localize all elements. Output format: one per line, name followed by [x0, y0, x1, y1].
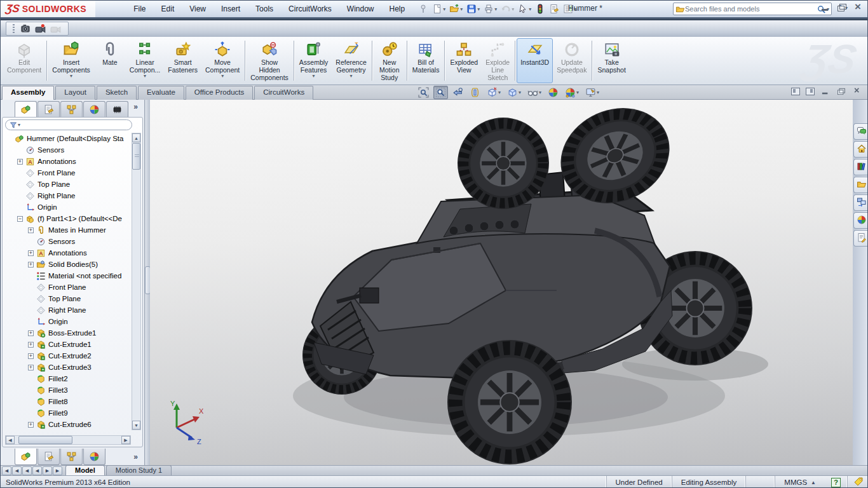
taskpane-tab-file-explorer[interactable] — [853, 177, 868, 193]
tree-item-fillet8[interactable]: Fillet8 — [4, 396, 132, 407]
new-motion-study-button[interactable]: NewMotionStudy — [374, 38, 405, 83]
search-input[interactable] — [685, 5, 817, 13]
panel-tab-circuitworks[interactable] — [106, 101, 128, 117]
split-pane-left-icon[interactable] — [791, 88, 800, 95]
tree-item-annotations[interactable]: +AAnnotations — [4, 156, 132, 167]
panel-tab-configurationmanager[interactable] — [60, 101, 83, 117]
taskpane-tab-appearances[interactable] — [853, 212, 868, 229]
move-component-button[interactable]: MoveComponent▾ — [201, 38, 243, 83]
tab-circuitworks[interactable]: CircuitWorks — [254, 86, 313, 100]
expand-icon[interactable]: + — [28, 422, 34, 428]
show-hidden-components-button[interactable]: ShowHiddenComponents — [247, 38, 292, 83]
new-document-button[interactable]: ▾ — [431, 3, 447, 15]
filter-caret[interactable]: ▾ — [18, 122, 20, 128]
tree-item-cut-extrude2[interactable]: +Cut-Extrude2 — [4, 350, 132, 362]
tree-item-boss-extrude1[interactable]: +Boss-Extrude1 — [4, 327, 132, 339]
linear-component-caret[interactable]: ▾ — [144, 74, 146, 79]
new-document-caret[interactable]: ▾ — [443, 6, 445, 12]
tab-assembly[interactable]: Assembly — [2, 86, 54, 100]
open-caret[interactable]: ▾ — [460, 6, 463, 12]
close-button[interactable] — [853, 3, 864, 12]
tree-item-fillet2[interactable]: Fillet2 — [4, 373, 132, 384]
taskpane-tab-forum[interactable] — [853, 123, 868, 140]
model-hummer[interactable] — [150, 100, 853, 465]
zoom-to-area-button[interactable] — [433, 86, 448, 99]
tags-cell[interactable] — [847, 476, 868, 488]
tab-layout[interactable]: Layout — [55, 86, 95, 100]
tree-item-solid[interactable]: +Solid Bodies(5) — [4, 259, 132, 270]
assembly-features-button[interactable]: AssemblyFeatures▾ — [295, 38, 332, 83]
units-selector[interactable]: MMGS ▲ — [775, 476, 825, 488]
tab-sketch[interactable]: Sketch — [97, 86, 137, 100]
tree-item-front[interactable]: Front Plane — [4, 281, 132, 293]
linear-component-button[interactable]: LinearCompon...▾ — [126, 38, 164, 83]
previous-view-button[interactable] — [451, 86, 465, 99]
tab-model[interactable]: Model — [65, 465, 105, 475]
hide-show-items-button[interactable]: ▾ — [526, 86, 543, 99]
tab-motion-study-1[interactable]: Motion Study 1 — [106, 465, 172, 475]
tree-item-mates[interactable]: +Mates in Hummer — [4, 224, 132, 236]
graphics-viewport[interactable]: Y X Z — [150, 100, 853, 465]
tree-item-hummer[interactable]: Hummer (Default<Display Sta — [4, 133, 132, 144]
expand-icon[interactable]: + — [28, 353, 34, 359]
doc-minimize-button[interactable] — [821, 88, 830, 95]
tree-item-front[interactable]: Front Plane — [4, 167, 132, 179]
apply-scene-button[interactable]: ▾ — [563, 86, 581, 99]
panel-tab-displaymanager[interactable] — [83, 449, 105, 465]
menu-edit[interactable]: Edit — [154, 3, 182, 15]
tree-item-right[interactable]: Right Plane — [4, 304, 132, 316]
save-caret[interactable]: ▾ — [477, 6, 480, 12]
tree-item-origin[interactable]: Origin — [4, 316, 132, 327]
record-video-button[interactable] — [35, 23, 48, 34]
panel-splitter[interactable] — [146, 100, 150, 465]
scroll-left-icon[interactable]: ◀ — [6, 436, 15, 444]
tab-office-products[interactable]: Office Products — [186, 86, 253, 100]
tree-item-right[interactable]: Right Plane — [4, 190, 132, 201]
panel-tabs-overflow[interactable]: » — [133, 102, 138, 111]
panel-tab-featuremanager[interactable] — [15, 449, 37, 465]
minimize-button[interactable] — [820, 3, 831, 12]
mate-button[interactable]: Mate — [94, 38, 126, 83]
expand-icon[interactable]: + — [28, 227, 34, 233]
hide-show-items-caret[interactable]: ▾ — [539, 90, 541, 95]
expand-icon[interactable]: + — [28, 250, 34, 256]
bill-of-materials-button[interactable]: Bill ofMaterials — [409, 38, 444, 83]
exploded-view-button[interactable]: ExplodedView — [446, 38, 482, 83]
view-settings-caret[interactable]: ▾ — [597, 90, 599, 95]
tree-vertical-scrollbar[interactable]: ▲ ▼ — [132, 133, 141, 430]
menu-window[interactable]: Window — [339, 3, 382, 15]
previous-key-button[interactable]: ◀ — [12, 466, 22, 475]
print-button[interactable]: ▾ — [482, 3, 498, 15]
go-to-start-button[interactable]: ◀ — [2, 466, 11, 475]
zoom-to-fit-button[interactable] — [416, 86, 431, 99]
taskpane-tab-custom-properties[interactable] — [853, 230, 868, 247]
save-button[interactable]: ▾ — [465, 3, 481, 15]
instant3d-button[interactable]: Instant3D — [517, 38, 553, 83]
tree-item-top[interactable]: Top Plane — [4, 179, 132, 190]
insert-components-caret[interactable]: ▾ — [70, 74, 72, 79]
reference-geometry-button[interactable]: ReferenceGeometry▾ — [332, 38, 370, 83]
split-pane-right-icon[interactable] — [806, 88, 815, 95]
tree-item-annotations[interactable]: +AAnnotations — [4, 247, 132, 259]
view-orientation-caret[interactable]: ▾ — [498, 90, 501, 95]
tree-item-material[interactable]: Material <not specified — [4, 270, 132, 281]
go-to-end-button[interactable]: ▶ — [53, 466, 62, 475]
expand-icon[interactable]: + — [28, 330, 34, 336]
scroll-right-icon[interactable]: ▶ — [121, 436, 130, 444]
quick-tips-icon[interactable]: ? — [831, 478, 841, 487]
tree-item-sensors[interactable]: Sensors — [4, 144, 132, 156]
collapse-icon[interactable]: − — [17, 216, 23, 222]
toolbar-pin-button[interactable] — [417, 3, 430, 15]
tree-item-cut-extrude3[interactable]: +Cut-Extrude3 — [4, 362, 132, 373]
menu-circuitworks[interactable]: CircuitWorks — [281, 3, 339, 15]
menu-file[interactable]: File — [126, 3, 153, 15]
move-component-caret[interactable]: ▾ — [221, 74, 224, 79]
tree-item-top[interactable]: Top Plane — [4, 293, 132, 304]
tree-item-sensors[interactable]: Sensors — [4, 236, 132, 247]
tree-item-origin[interactable]: Origin — [4, 201, 132, 213]
menu-help[interactable]: Help — [382, 3, 413, 15]
taskpane-tab-resources[interactable] — [853, 141, 868, 158]
section-view-button[interactable] — [468, 86, 482, 99]
taskpane-tab-design-library[interactable] — [853, 159, 868, 175]
expand-icon[interactable]: + — [28, 262, 34, 268]
